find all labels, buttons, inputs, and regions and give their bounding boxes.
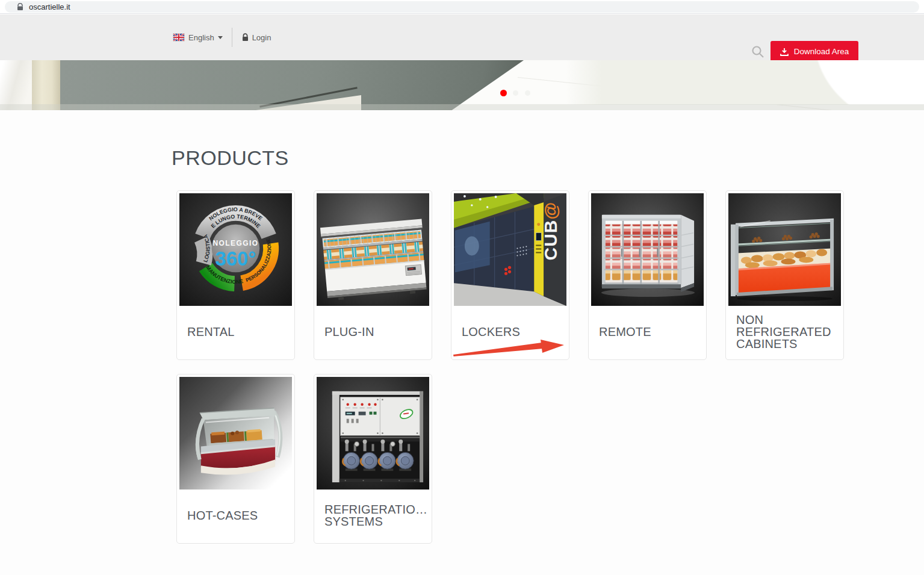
product-label: NON REFRIGERATED CABINETS [728, 306, 841, 357]
products-section-title: PRODUCTS [172, 146, 289, 170]
uk-flag-icon [173, 34, 184, 41]
carousel-dot-active[interactable] [500, 90, 507, 96]
https-lock-icon [17, 3, 23, 11]
hero-pillar [32, 60, 60, 110]
page: oscartielle.it English Login [0, 0, 924, 575]
product-label: LOCKERS [454, 306, 566, 357]
site-header: English Login Download Area [0, 14, 924, 60]
download-icon [780, 48, 789, 56]
browser-toolbar: oscartielle.it [0, 0, 924, 14]
hot-case-image [179, 377, 292, 490]
lock-icon [241, 33, 249, 42]
product-card-remote[interactable]: REMOTE [588, 190, 707, 360]
product-label: REFRIGERATIO… SYSTEMS [317, 490, 429, 541]
products-grid: NOLEGGIO 360° NOLEGGIO A BREVE E LUNGO T… [176, 190, 844, 544]
product-card-lockers[interactable]: CUB@ LOCKERS [451, 190, 569, 360]
hero-offwhite-shape [566, 60, 924, 105]
rental-360-image: NOLEGGIO 360° NOLEGGIO A BREVE E LUNGO T… [179, 193, 292, 306]
product-card-hot-cases[interactable]: HOT-CASES [176, 374, 295, 544]
product-label: RENTAL [179, 306, 292, 357]
search-icon [751, 45, 765, 59]
product-card-refrigeration-systems[interactable]: REFRIGERATIO… SYSTEMS [314, 374, 432, 544]
hero-bottom-band [0, 104, 924, 110]
download-area-label: Download Area [794, 47, 849, 56]
language-selector[interactable]: English [173, 33, 223, 42]
hero-left-wall [0, 60, 34, 110]
product-label: REMOTE [591, 306, 704, 357]
remote-cabinet-image [591, 193, 704, 306]
url-text: oscartielle.it [29, 2, 70, 11]
chevron-down-icon [218, 36, 223, 39]
svg-text:CUB@: CUB@ [541, 202, 560, 261]
refrigeration-system-image [317, 377, 429, 490]
carousel-dot-3[interactable] [525, 90, 530, 96]
login-label: Login [252, 33, 271, 42]
carousel-dot-2[interactable] [513, 90, 518, 96]
product-card-plug-in[interactable]: PLUG-IN [314, 190, 432, 360]
product-card-rental[interactable]: NOLEGGIO 360° NOLEGGIO A BREVE E LUNGO T… [176, 190, 295, 360]
non-refrigerated-cabinet-image [728, 193, 841, 306]
product-label: PLUG-IN [317, 306, 429, 357]
login-link[interactable]: Login [241, 33, 271, 42]
hero-gray-wall [60, 60, 524, 110]
rental-center-label: NOLEGGIO [212, 239, 258, 247]
search-button[interactable] [751, 45, 765, 59]
header-divider [232, 28, 232, 47]
address-bar[interactable]: oscartielle.it [5, 1, 919, 13]
product-label: HOT-CASES [179, 490, 292, 541]
plug-in-freezer-image [317, 193, 429, 306]
language-label: English [188, 33, 214, 42]
hero-carousel [0, 60, 924, 110]
product-card-non-refrigerated[interactable]: NON REFRIGERATED CABINETS [725, 190, 844, 360]
rental-center-value: 360° [215, 247, 256, 270]
lockers-image: CUB@ [454, 193, 566, 306]
download-area-button[interactable]: Download Area [771, 41, 858, 62]
header-left-group: English Login [173, 14, 271, 60]
